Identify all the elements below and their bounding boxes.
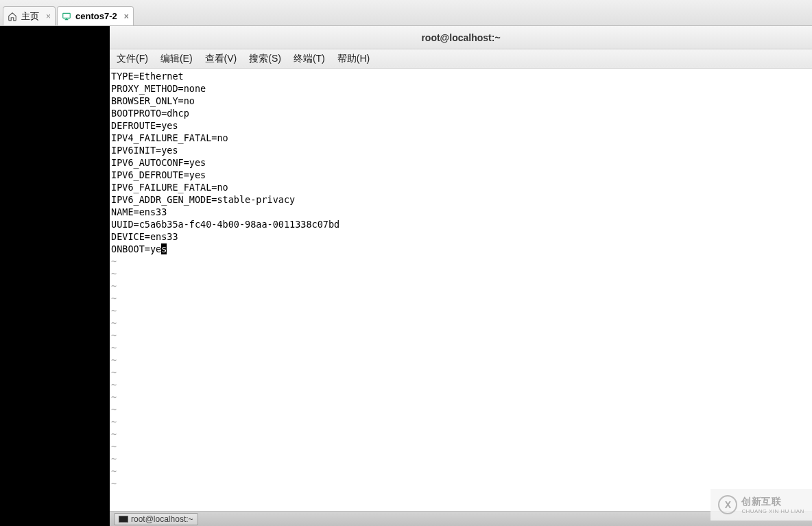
vim-tilde: ~ bbox=[111, 267, 811, 280]
menu-edit[interactable]: 编辑(E) bbox=[160, 53, 193, 65]
menu-terminal[interactable]: 终端(T) bbox=[294, 53, 325, 65]
vim-tilde: ~ bbox=[111, 403, 811, 416]
vim-tilde: ~ bbox=[111, 255, 811, 267]
file-line: IPV4_FAILURE_FATAL=no bbox=[111, 132, 811, 144]
menu-bar: 文件(F) 编辑(E) 查看(V) 搜索(S) 终端(T) 帮助(H) bbox=[110, 49, 812, 69]
vim-tilde: ~ bbox=[111, 391, 811, 403]
file-line: PROXY_METHOD=none bbox=[111, 82, 811, 95]
vim-tilde: ~ bbox=[111, 366, 811, 379]
home-icon bbox=[8, 12, 17, 21]
watermark-text: 创新互联 bbox=[741, 496, 781, 507]
vim-tilde: ~ bbox=[111, 428, 811, 440]
file-line: IPV6_DEFROUTE=yes bbox=[111, 169, 811, 181]
vim-tilde: ~ bbox=[111, 440, 811, 453]
tab-vm-label: centos7-2 bbox=[75, 11, 117, 21]
vim-tilde: ~ bbox=[111, 477, 811, 490]
vim-tilde: ~ bbox=[111, 292, 811, 304]
menu-file[interactable]: 文件(F) bbox=[117, 53, 148, 65]
watermark-logo: X bbox=[718, 495, 737, 514]
vim-tilde: ~ bbox=[111, 453, 811, 465]
menu-view[interactable]: 查看(V) bbox=[205, 53, 237, 65]
vim-tilde: ~ bbox=[111, 280, 811, 292]
tab-bar: 主页 × centos7-2 × bbox=[0, 0, 812, 26]
vim-tilde: ~ bbox=[111, 304, 811, 317]
tab-home[interactable]: 主页 × bbox=[3, 6, 56, 25]
taskbar: root@localhost:~ bbox=[110, 511, 812, 526]
taskbar-item-label: root@localhost:~ bbox=[131, 514, 193, 524]
vim-tilde: ~ bbox=[111, 379, 811, 391]
file-line: DEFROUTE=yes bbox=[111, 119, 811, 132]
main-layout: root@localhost:~ 文件(F) 编辑(E) 查看(V) 搜索(S)… bbox=[0, 26, 812, 526]
file-line: BOOTPROTO=dhcp bbox=[111, 107, 811, 119]
terminal[interactable]: TYPE=EthernetPROXY_METHOD=noneBROWSER_ON… bbox=[110, 69, 812, 511]
vim-tilde: ~ bbox=[111, 465, 811, 477]
file-line: TYPE=Ethernet bbox=[111, 70, 811, 82]
taskbar-item-terminal[interactable]: root@localhost:~ bbox=[114, 513, 198, 525]
tab-vm[interactable]: centos7-2 × bbox=[57, 6, 134, 25]
vim-tilde: ~ bbox=[111, 317, 811, 329]
file-line: IPV6_FAILURE_FATAL=no bbox=[111, 181, 811, 193]
terminal-icon bbox=[119, 516, 128, 523]
close-icon[interactable]: × bbox=[121, 12, 129, 21]
svg-rect-0 bbox=[63, 13, 71, 18]
file-line: NAME=ens33 bbox=[111, 206, 811, 218]
file-line: UUID=c5a6b35a-fc40-4b00-98aa-0011338c07b… bbox=[111, 218, 811, 230]
file-line: IPV6INIT=yes bbox=[111, 144, 811, 156]
watermark: X 创新互联 CHUANG XIN HU LIAN bbox=[710, 489, 812, 521]
file-line: BROWSER_ONLY=no bbox=[111, 95, 811, 107]
file-line: IPV6_AUTOCONF=yes bbox=[111, 156, 811, 169]
file-line: DEVICE=ens33 bbox=[111, 230, 811, 243]
vm-desktop: root@localhost:~ 文件(F) 编辑(E) 查看(V) 搜索(S)… bbox=[110, 26, 812, 526]
watermark-sub: CHUANG XIN HU LIAN bbox=[741, 508, 804, 514]
file-line: ONBOOT=yes bbox=[111, 243, 811, 255]
vim-tilde: ~ bbox=[111, 354, 811, 366]
monitor-icon bbox=[62, 12, 71, 21]
window-title: root@localhost:~ bbox=[110, 26, 812, 49]
cursor: s bbox=[161, 243, 167, 254]
file-line: IPV6_ADDR_GEN_MODE=stable-privacy bbox=[111, 193, 811, 206]
menu-search[interactable]: 搜索(S) bbox=[249, 53, 281, 65]
vim-tilde: ~ bbox=[111, 342, 811, 354]
tab-home-label: 主页 bbox=[21, 10, 39, 23]
close-icon[interactable]: × bbox=[43, 12, 51, 21]
menu-help[interactable]: 帮助(H) bbox=[337, 53, 370, 65]
vim-tilde: ~ bbox=[111, 416, 811, 428]
vim-tilde: ~ bbox=[111, 329, 811, 342]
left-panel bbox=[0, 26, 110, 526]
